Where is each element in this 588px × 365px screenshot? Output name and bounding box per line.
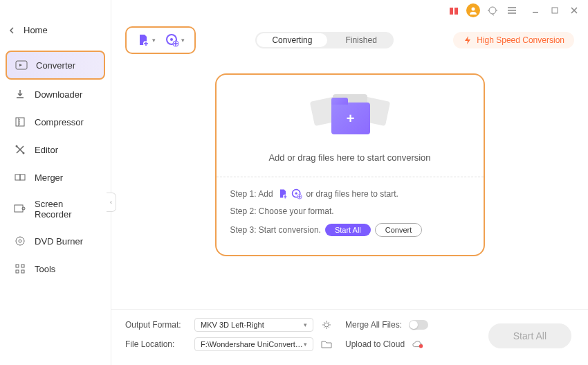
- svg-rect-5: [20, 175, 25, 180]
- svg-rect-19: [552, 8, 558, 13]
- dvd-burner-icon: [14, 235, 26, 247]
- chevron-left-icon: [8, 26, 15, 35]
- nav-label: Compressor: [35, 117, 84, 127]
- cloud-icon[interactable]: [412, 338, 424, 350]
- add-disc-button[interactable]: ▾: [165, 33, 185, 47]
- content-area: + Add or drag files here to start conver…: [111, 62, 588, 309]
- svg-point-26: [295, 193, 297, 195]
- sidebar-item-screen-recorder[interactable]: Screen Recorder: [6, 192, 105, 226]
- sidebar-item-merger[interactable]: Merger: [6, 164, 105, 190]
- screen-recorder-icon: [14, 203, 26, 215]
- hsc-label: High Speed Conversion: [477, 35, 564, 45]
- svg-rect-13: [21, 270, 24, 273]
- gift-icon[interactable]: [447, 3, 461, 17]
- sidebar: Home Converter Downloader Compressor Edi…: [0, 0, 111, 365]
- upload-label: Upload to Cloud: [345, 339, 405, 349]
- svg-rect-10: [16, 265, 19, 267]
- svg-rect-6: [15, 205, 23, 212]
- svg-point-3: [23, 152, 25, 154]
- nav-label: Downloader: [35, 89, 82, 100]
- add-buttons-group: ▾ ▾: [125, 26, 196, 54]
- editor-icon: [14, 143, 26, 156]
- nav-label: Tools: [35, 264, 55, 274]
- chevron-down-icon: ▾: [181, 37, 185, 44]
- toolbar: ▾ ▾ Converting Finished High Speed Conve…: [111, 21, 588, 62]
- convert-pill[interactable]: Convert: [375, 223, 423, 237]
- dropzone-text: Add or drag files here to start conversi…: [268, 152, 430, 163]
- maximize-icon[interactable]: [548, 3, 562, 17]
- converter-icon: [15, 59, 28, 71]
- merge-label: Merge All Files:: [345, 320, 402, 330]
- step-1: Step 1: Add or drag files here to start.: [230, 188, 470, 199]
- nav-label: Merger: [35, 172, 63, 183]
- downloader-icon: [14, 88, 26, 100]
- svg-point-28: [324, 323, 329, 327]
- sidebar-item-dvd-burner[interactable]: DVD Burner: [6, 228, 105, 254]
- merger-icon: [14, 171, 26, 184]
- svg-point-22: [170, 38, 173, 41]
- start-all-button[interactable]: Start All: [488, 323, 571, 348]
- svg-rect-4: [15, 175, 20, 180]
- svg-rect-16: [453, 8, 454, 15]
- output-format-label: Output Format:: [125, 320, 187, 330]
- tab-finished[interactable]: Finished: [329, 32, 393, 48]
- output-format-select[interactable]: MKV 3D Left-Right ▾: [194, 318, 313, 332]
- folder-icon: +: [331, 103, 370, 134]
- nav-label: Converter: [36, 60, 75, 71]
- avatar-icon[interactable]: [466, 3, 480, 17]
- svg-point-17: [472, 8, 475, 11]
- start-all-pill[interactable]: Start All: [325, 224, 371, 236]
- dropzone-top: + Add or drag files here to start conver…: [217, 75, 484, 177]
- close-icon[interactable]: [567, 3, 581, 17]
- main-panel: ▾ ▾ Converting Finished High Speed Conve…: [111, 0, 588, 365]
- tab-converting[interactable]: Converting: [257, 33, 327, 47]
- compressor-icon: [14, 116, 26, 128]
- sidebar-item-tools[interactable]: Tools: [6, 256, 105, 282]
- folder-open-icon[interactable]: [320, 338, 333, 350]
- bolt-icon: [463, 35, 472, 45]
- sidebar-item-compressor[interactable]: Compressor: [6, 109, 105, 135]
- chevron-down-icon: ▾: [152, 37, 156, 44]
- tab-group: Converting Finished: [255, 32, 393, 48]
- step-3: Step 3: Start conversion. Start All Conv…: [230, 223, 470, 237]
- sidebar-item-downloader[interactable]: Downloader: [6, 81, 105, 107]
- svg-point-9: [19, 240, 21, 242]
- svg-point-18: [489, 7, 496, 14]
- svg-rect-12: [16, 270, 19, 273]
- nav-label: Editor: [35, 145, 58, 155]
- home-label: Home: [24, 25, 48, 35]
- chevron-down-icon: ▾: [304, 341, 307, 348]
- svg-point-2: [16, 145, 18, 148]
- svg-point-29: [419, 344, 423, 348]
- merge-toggle[interactable]: [409, 320, 428, 330]
- file-location-select[interactable]: F:\Wondershare UniConverter 1 ▾: [194, 337, 313, 351]
- folder-graphic: +: [312, 94, 388, 143]
- minimize-icon[interactable]: [529, 3, 542, 17]
- sidebar-item-converter[interactable]: Converter: [6, 51, 105, 80]
- add-disc-mini-icon: [291, 188, 302, 199]
- high-speed-conversion-button[interactable]: High Speed Conversion: [453, 32, 574, 48]
- svg-rect-11: [21, 265, 24, 267]
- dropzone-steps: Step 1: Add or drag files here to start.…: [217, 177, 484, 255]
- file-location-label: File Location:: [125, 339, 187, 349]
- sidebar-item-editor[interactable]: Editor: [6, 136, 105, 163]
- titlebar: [111, 0, 588, 21]
- nav-label: Screen Recorder: [35, 199, 97, 220]
- support-icon[interactable]: [486, 3, 499, 17]
- step-2: Step 2: Choose your format.: [230, 206, 470, 216]
- chevron-down-icon: ▾: [304, 321, 307, 328]
- home-item[interactable]: Home: [0, 19, 111, 41]
- nav-label: DVD Burner: [35, 236, 83, 247]
- menu-icon[interactable]: [505, 3, 519, 17]
- add-file-mini-icon: [277, 188, 288, 199]
- dropzone[interactable]: + Add or drag files here to start conver…: [215, 73, 485, 256]
- sidebar-collapse-handle[interactable]: ‹: [107, 193, 116, 212]
- add-file-button[interactable]: ▾: [136, 33, 156, 47]
- svg-point-8: [16, 237, 24, 245]
- settings-icon[interactable]: [320, 319, 333, 331]
- plus-icon: +: [347, 111, 355, 127]
- tools-icon: [14, 262, 26, 275]
